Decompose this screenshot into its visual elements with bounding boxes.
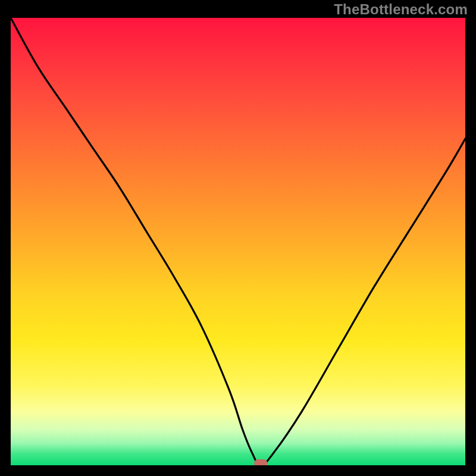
watermark-text: TheBottleneck.com (334, 1, 468, 18)
optimum-marker (254, 459, 267, 465)
curve-svg (11, 18, 465, 465)
bottleneck-curve (11, 18, 465, 465)
chart-frame: TheBottleneck.com (0, 0, 476, 476)
plot-area (11, 18, 465, 465)
